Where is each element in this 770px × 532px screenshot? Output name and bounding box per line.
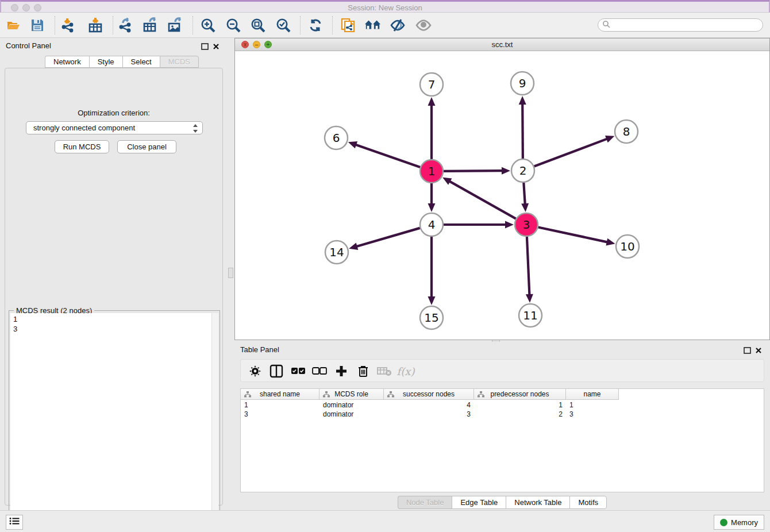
column-header-shared-name[interactable]: shared name (241, 389, 319, 400)
edge-1-2[interactable] (444, 171, 503, 171)
tab-node-table[interactable]: Node Table (398, 496, 452, 509)
toolbar-separator (55, 16, 55, 34)
search-input[interactable] (598, 18, 763, 32)
import-network-icon[interactable] (59, 17, 76, 34)
node-label-9: 9 (519, 76, 526, 90)
close-panel-button[interactable]: Close panel (117, 140, 176, 153)
edge-3-10[interactable] (538, 227, 608, 242)
column-label: predecessor nodes (490, 390, 549, 398)
table-cell[interactable]: dominator (319, 400, 384, 410)
list-icon (9, 517, 20, 527)
network-graph: 7968124314101511 (235, 51, 769, 340)
zoom-out-icon[interactable] (225, 17, 242, 34)
table-cell[interactable]: 3 (384, 410, 474, 419)
table-cell[interactable]: 1 (241, 400, 319, 410)
arrowhead-icon (428, 203, 436, 212)
table-cell[interactable]: dominator (319, 410, 384, 419)
tab-motifs[interactable]: Motifs (569, 496, 607, 509)
edge-3-1[interactable] (449, 181, 515, 219)
network-window-titlebar[interactable]: x – + scc.txt (235, 38, 769, 51)
save-icon[interactable] (29, 17, 46, 34)
open-folder-icon[interactable] (5, 17, 22, 34)
combo-value: strongly connected component (33, 124, 135, 132)
column-header-name[interactable]: name (566, 389, 619, 400)
hide-eye-icon[interactable] (389, 17, 406, 34)
combo-stepper-icon (192, 124, 198, 135)
eye-icon[interactable] (415, 17, 432, 34)
column-header-successor-nodes[interactable]: successor nodes (384, 389, 474, 400)
result-scrollbar[interactable] (211, 313, 218, 528)
home-icon[interactable] (364, 17, 382, 34)
arrowhead-icon (348, 141, 357, 148)
table-cell[interactable]: 1 (474, 400, 566, 410)
edge-1-6[interactable] (355, 145, 420, 168)
tab-network-table[interactable]: Network Table (506, 496, 569, 509)
table-cell[interactable]: 1 (566, 400, 619, 410)
toolbar-separator (192, 16, 193, 34)
column-header-predecessor-nodes[interactable]: predecessor nodes (474, 389, 566, 400)
arrowhead-icon (521, 203, 529, 212)
node-label-7: 7 (428, 78, 436, 91)
delete-column-icon[interactable] (376, 363, 393, 380)
edge-4-14[interactable] (356, 228, 420, 246)
edge-2-9[interactable] (522, 103, 523, 159)
edge-2-8[interactable] (534, 138, 608, 166)
arrowhead-icon (526, 294, 533, 303)
sitemap-icon (244, 391, 251, 399)
table-row[interactable]: 1dominator411 (241, 400, 619, 410)
tab-style[interactable]: Style (89, 56, 122, 68)
add-icon[interactable] (333, 363, 350, 380)
table-cell[interactable]: 2 (474, 410, 566, 419)
mcds-result-group: MCDS result (2 nodes) 1 3 (9, 310, 220, 530)
float-panel-icon[interactable] (201, 42, 209, 49)
import-table-icon[interactable] (87, 17, 104, 34)
arrowhead-icon (519, 96, 526, 105)
close-panel-icon[interactable] (213, 42, 221, 49)
export-table-icon[interactable] (142, 17, 159, 34)
network-canvas[interactable]: 7968124314101511 (235, 51, 769, 340)
columns-icon[interactable] (268, 363, 285, 380)
node-label-6: 6 (333, 131, 340, 145)
table-row[interactable]: 3dominator323 (241, 410, 619, 419)
task-history-button[interactable] (6, 515, 23, 530)
close-table-panel-icon[interactable] (755, 346, 763, 353)
refresh-icon[interactable] (307, 17, 324, 34)
network-title: scc.txt (235, 40, 769, 49)
tab-edge-table[interactable]: Edge Table (452, 496, 506, 509)
title-bar: Session: New Session (0, 0, 770, 13)
export-image-icon[interactable] (167, 17, 184, 34)
export-network-icon[interactable] (117, 17, 134, 34)
edge-3-11[interactable] (527, 237, 530, 295)
mcds-result-list[interactable]: 1 3 (10, 313, 211, 528)
deselect-all-icon[interactable] (311, 363, 328, 380)
clone-network-icon[interactable] (339, 17, 356, 34)
vertical-splitter-grip[interactable] (228, 268, 233, 278)
zoom-selected-icon[interactable] (275, 17, 292, 34)
zoom-fit-icon[interactable] (249, 17, 267, 34)
float-table-panel-icon[interactable] (744, 346, 752, 353)
table-toolbar: f(x) (240, 359, 764, 382)
delete-icon[interactable] (355, 363, 372, 380)
memory-button[interactable]: Memory (714, 515, 764, 530)
control-panel: Control Panel Network Style Select MCDS … (0, 38, 228, 509)
zoom-in-icon[interactable] (199, 17, 217, 34)
edge-2-3[interactable] (523, 183, 525, 205)
select-all-icon[interactable] (290, 363, 307, 380)
gear-icon[interactable] (247, 363, 264, 380)
optimization-criterion-select[interactable]: strongly connected component (26, 121, 203, 134)
tab-mcds[interactable]: MCDS (160, 56, 199, 68)
table-tabs: Node Table Edge Table Network Table Moti… (234, 496, 770, 509)
column-header-MCDS-role[interactable]: MCDS role (319, 389, 384, 400)
status-bar: Memory (0, 510, 770, 532)
function-icon[interactable]: f(x) (397, 363, 414, 380)
control-panel-title: Control Panel (6, 41, 51, 50)
tab-select[interactable]: Select (122, 56, 160, 68)
node-table: shared nameMCDS rolesuccessor nodesprede… (240, 388, 764, 492)
table-cell[interactable]: 4 (384, 400, 474, 410)
table-panel-title: Table Panel (240, 345, 279, 354)
control-panel-tabs: Network Style Select MCDS (45, 56, 199, 68)
tab-network[interactable]: Network (45, 56, 89, 68)
run-mcds-button[interactable]: Run MCDS (55, 140, 109, 153)
table-cell[interactable]: 3 (241, 410, 319, 419)
table-cell[interactable]: 3 (566, 410, 619, 419)
